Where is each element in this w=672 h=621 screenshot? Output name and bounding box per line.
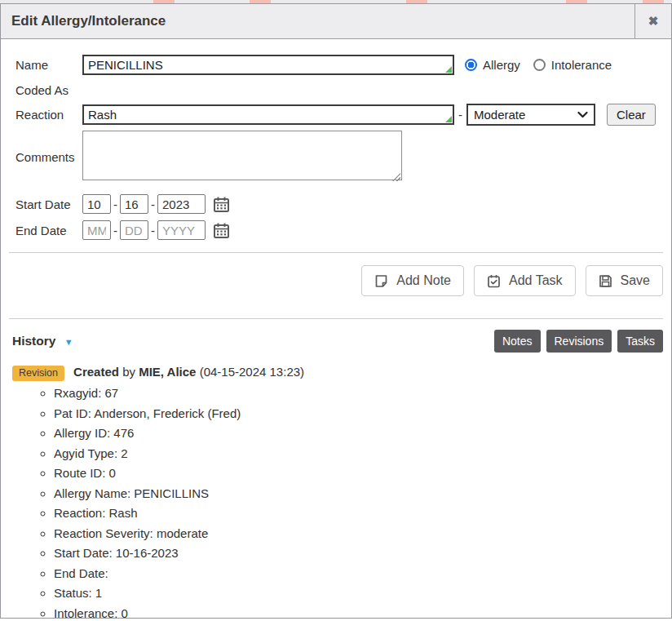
- severity-select[interactable]: Moderate: [466, 104, 595, 126]
- start-date-month-input[interactable]: [82, 194, 111, 214]
- date-separator: -: [113, 224, 117, 237]
- revision-badge: Revision: [12, 366, 64, 381]
- history-detail-item: Pat ID: Anderson, Frederick (Fred): [54, 406, 671, 422]
- entry-author: MIE, Alice: [139, 365, 196, 379]
- clear-button[interactable]: Clear: [607, 104, 656, 126]
- save-label: Save: [621, 273, 650, 288]
- name-row: Name Allergy Intolerance: [1, 55, 671, 75]
- intolerance-radio-label: Intolerance: [551, 58, 612, 72]
- edit-allergy-intolerance-dialog: Edit Allergy/Intolerance ✖ Name Allergy …: [0, 3, 672, 619]
- date-separator: -: [113, 197, 117, 211]
- allergy-radio-label: Allergy: [483, 58, 520, 72]
- entry-action: Created: [73, 365, 119, 379]
- reaction-label: Reaction: [15, 108, 82, 122]
- entry-timestamp: (04-15-2024 13:23): [200, 365, 304, 379]
- save-icon: [599, 274, 612, 288]
- reaction-row: Reaction - Moderate Clear: [1, 104, 671, 126]
- add-task-label: Add Task: [509, 273, 563, 288]
- history-entry-header: Revision Created by MIE, Alice (04-15-20…: [1, 365, 671, 379]
- reaction-severity-separator: -: [458, 108, 462, 122]
- history-detail-list: Rxagyid: 67Pat ID: Anderson, Frederick (…: [1, 386, 671, 621]
- severity-selected-value: Moderate: [474, 108, 525, 122]
- comments-label: Comments: [15, 150, 82, 164]
- caret-down-icon: ▼: [64, 337, 73, 347]
- start-date-calendar-button[interactable]: [213, 196, 230, 213]
- date-separator: -: [151, 224, 155, 237]
- end-date-month-input[interactable]: [82, 220, 111, 240]
- history-detail-item: Intolerance: 0: [54, 606, 671, 621]
- history-title-text: History: [12, 334, 55, 348]
- entry-connector: by: [122, 365, 135, 379]
- calendar-icon: [213, 196, 230, 213]
- close-button[interactable]: ✖: [634, 4, 671, 38]
- history-detail-item: Status: 1: [54, 586, 671, 601]
- dialog-title: Edit Allergy/Intolerance: [1, 4, 634, 38]
- end-date-day-input[interactable]: [120, 220, 148, 240]
- history-detail-item: Reaction: Rash: [54, 506, 671, 521]
- start-date-label: Start Date: [15, 197, 82, 211]
- history-detail-item: Start Date: 10-16-2023: [54, 546, 671, 561]
- add-task-button[interactable]: Add Task: [474, 265, 576, 296]
- autocomplete-corner-icon: [445, 116, 452, 122]
- task-calendar-icon: [487, 274, 501, 288]
- end-date-label: End Date: [15, 224, 82, 237]
- chevron-down-icon: [577, 111, 588, 118]
- name-input[interactable]: [82, 55, 454, 75]
- reaction-input[interactable]: [82, 104, 454, 125]
- add-note-button[interactable]: Add Note: [361, 265, 464, 296]
- coded-as-row: Coded As: [1, 80, 671, 100]
- start-date-row: Start Date - -: [1, 194, 671, 214]
- calendar-icon: [213, 222, 230, 239]
- add-note-label: Add Note: [396, 273, 451, 288]
- comments-textarea[interactable]: [82, 131, 402, 180]
- action-button-row: Add Note Add Task Save: [1, 253, 671, 296]
- note-icon: [374, 274, 388, 288]
- history-title[interactable]: History ▼: [12, 334, 73, 348]
- name-label: Name: [15, 58, 82, 72]
- end-date-calendar-button[interactable]: [213, 222, 230, 239]
- type-radio-group: Allergy Intolerance: [465, 58, 612, 72]
- revisions-filter-button[interactable]: Revisions: [546, 330, 612, 353]
- allergy-radio[interactable]: [465, 59, 477, 71]
- dialog-titlebar: Edit Allergy/Intolerance ✖: [1, 4, 671, 39]
- notes-filter-button[interactable]: Notes: [494, 330, 541, 353]
- coded-as-label: Coded As: [15, 83, 82, 97]
- intolerance-radio[interactable]: [533, 59, 546, 71]
- date-separator: -: [151, 197, 155, 211]
- end-date-year-input[interactable]: [157, 220, 206, 240]
- history-detail-item: Allergy ID: 476: [54, 426, 671, 441]
- history-detail-item: Reaction Severity: moderate: [54, 526, 671, 542]
- start-date-year-input[interactable]: [157, 194, 206, 214]
- history-detail-item: Allergy Name: PENICILLINS: [54, 486, 671, 502]
- close-icon: ✖: [648, 14, 659, 29]
- tasks-filter-button[interactable]: Tasks: [617, 330, 663, 353]
- end-date-row: End Date - -: [1, 220, 671, 240]
- history-detail-item: End Date:: [54, 566, 671, 582]
- autocomplete-corner-icon: [445, 66, 452, 73]
- history-detail-item: Rxagyid: 67: [54, 386, 671, 401]
- history-detail-item: Agyid Type: 2: [54, 446, 671, 462]
- comments-row: Comments: [1, 131, 671, 184]
- history-header: History ▼ Notes Revisions Tasks: [1, 319, 671, 353]
- start-date-day-input[interactable]: [120, 194, 148, 214]
- history-detail-item: Route ID: 0: [54, 466, 671, 481]
- save-button[interactable]: Save: [586, 265, 663, 296]
